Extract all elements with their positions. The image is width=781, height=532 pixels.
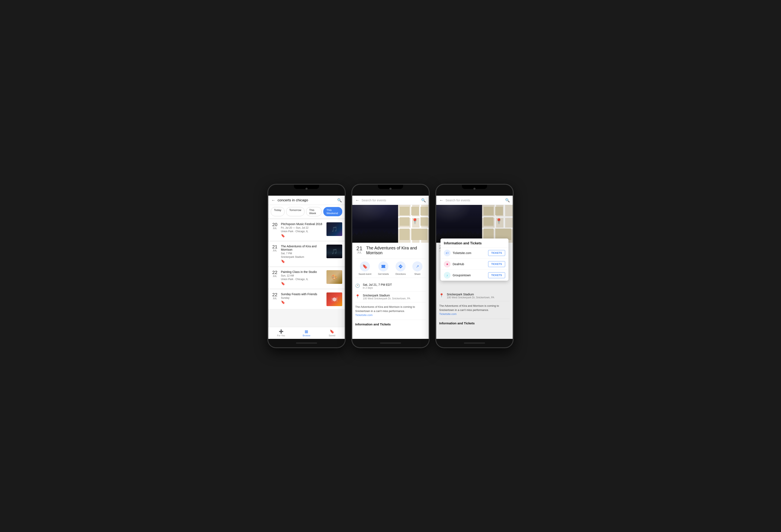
ticket-logo-3: ♪ bbox=[444, 272, 451, 279]
datetime-secondary: in 2 days bbox=[363, 286, 392, 289]
event-item-4[interactable]: 22 JUL Sunday Feasts with Friends Sunday… bbox=[268, 289, 345, 309]
bookmark-icon-3[interactable]: 🔖 bbox=[281, 282, 324, 286]
event-image-4 bbox=[326, 292, 342, 306]
event-title-4: Sunday Feasts with Friends bbox=[281, 292, 324, 296]
phone-1-bottom-bar bbox=[268, 339, 345, 347]
map-pin: 📍 bbox=[412, 218, 418, 224]
event-detail-content: 21 JUL The Adventures of Kira and Morris… bbox=[352, 243, 429, 331]
bookmark-icon-1[interactable]: 🔖 bbox=[281, 234, 324, 238]
get-tickets-icon bbox=[378, 261, 388, 272]
painting-img bbox=[326, 270, 342, 284]
map-block-7 bbox=[411, 229, 427, 240]
event-venue: 📍 Snickerpark Stadium 100 West Snickerpa… bbox=[355, 292, 426, 302]
bottom-nav: ➕ For You ▦ Browse 🔖 Saved bbox=[268, 327, 345, 339]
phone-1-screen: ← concerts in chicago 🔍 Today Tomorrow T… bbox=[268, 196, 345, 339]
directions-label: Directions bbox=[396, 273, 406, 275]
food-img bbox=[326, 292, 342, 306]
saved-icon: 🔖 bbox=[330, 329, 334, 334]
search-icon-3[interactable]: 🔍 bbox=[505, 198, 510, 203]
nav-foryou[interactable]: ➕ For You bbox=[268, 328, 294, 338]
search-icon-2[interactable]: 🔍 bbox=[421, 198, 426, 203]
phone-1-camera bbox=[305, 188, 307, 190]
filter-today[interactable]: Today bbox=[271, 207, 285, 216]
event-title-3: Painting Class in the Studio bbox=[281, 270, 324, 274]
description-link[interactable]: Ticketsite.com bbox=[355, 314, 373, 317]
saved-event-btn[interactable]: 🔖 Saved event bbox=[359, 261, 371, 275]
ticket-name-1: Ticketsite.com bbox=[453, 251, 486, 255]
datetime-primary: Sat, Jul 21, 7 PM EDT bbox=[363, 283, 392, 286]
saved-label: Saved bbox=[329, 334, 335, 337]
ticket-btn-2[interactable]: TICKETS bbox=[488, 261, 505, 267]
event-date-2: 21 JUL bbox=[271, 245, 279, 252]
directions-btn[interactable]: Directions bbox=[396, 261, 406, 275]
ticket-name-2: DealHub bbox=[453, 262, 486, 266]
back-arrow-icon[interactable]: ← bbox=[271, 198, 276, 203]
event-day-3: 22 bbox=[272, 270, 277, 275]
share-icon: ↗ bbox=[412, 261, 422, 272]
phone-1-top-bar bbox=[268, 185, 345, 196]
event-item-3[interactable]: 22 JUL Painting Class in the Studio Sun,… bbox=[268, 267, 345, 289]
phones-container: ← concerts in chicago 🔍 Today Tomorrow T… bbox=[268, 184, 513, 348]
hero-concert-img bbox=[352, 205, 398, 243]
ticket-name-3: Groupsintown bbox=[453, 274, 486, 277]
ticket-btn-1[interactable]: TICKETS bbox=[488, 250, 505, 256]
description-text-3: The Adventures of Kira and Morrison is c… bbox=[439, 304, 499, 312]
detail-day: 21 bbox=[357, 246, 363, 251]
below-popup-content: 📍 Snickerpark Stadium 100 West Snickerpa… bbox=[436, 288, 513, 330]
clock-icon: 🕐 bbox=[355, 283, 360, 288]
phone-2-screen: ← Search for events 🔍 bbox=[352, 196, 429, 339]
stage-lights bbox=[352, 205, 398, 243]
event-hero-3: 📍 bbox=[436, 205, 513, 243]
hero-concert-3 bbox=[436, 205, 482, 243]
browse-icon: ▦ bbox=[304, 329, 308, 334]
phone-2-top-bar bbox=[352, 185, 429, 196]
event-list: 20 JUL Pitchspoon Music Festival 2018 Fr… bbox=[268, 218, 345, 327]
event-item-2[interactable]: 21 JUL The Adventures of Kira and Morris… bbox=[268, 242, 345, 267]
description-link-3[interactable]: Ticketsite.com bbox=[439, 313, 457, 316]
venue-name-3: Snickerpark Stadium bbox=[447, 293, 494, 296]
nav-saved[interactable]: 🔖 Saved bbox=[319, 328, 345, 338]
event-daterange-4: Sunday bbox=[281, 296, 324, 299]
map-block-6 bbox=[400, 229, 410, 240]
description-text: The Adventures of Kira and Morrison is c… bbox=[355, 305, 415, 313]
nav-browse[interactable]: ▦ Browse bbox=[294, 328, 319, 338]
event-month-1: JUL bbox=[273, 227, 277, 230]
bookmark-icon-2[interactable]: 🔖 bbox=[281, 259, 324, 263]
search-query[interactable]: concerts in chicago bbox=[278, 198, 335, 202]
search-placeholder-2[interactable]: Search for events bbox=[362, 198, 419, 202]
phone-3: ← Search for events 🔍 bbox=[436, 184, 513, 348]
event-detail-date: 21 JUL bbox=[355, 246, 364, 254]
ticket-row-2: ★ DealHub TICKETS bbox=[441, 258, 508, 270]
concert-img-1 bbox=[326, 222, 342, 236]
event-info-2: The Adventures of Kira and Morrison Sat,… bbox=[281, 245, 324, 263]
event-title-row: 21 JUL The Adventures of Kira and Morris… bbox=[355, 246, 426, 255]
ticket-btn-3[interactable]: TICKETS bbox=[488, 272, 505, 278]
event-item-1[interactable]: 20 JUL Pitchspoon Music Festival 2018 Fr… bbox=[268, 219, 345, 241]
event-daterange-3: Sun, 12 AM bbox=[281, 274, 324, 277]
event-day-1: 20 bbox=[272, 222, 277, 227]
event-location-1: Union Park · Chicago, IL bbox=[281, 230, 324, 233]
event-description: The Adventures of Kira and Morrison is c… bbox=[355, 302, 426, 320]
ticket-logo-1: 🏷 bbox=[444, 250, 451, 256]
phone-2: ← Search for events 🔍 bbox=[352, 184, 429, 348]
filter-tomorrow[interactable]: Tomorrow bbox=[286, 207, 304, 216]
map-block-3-3 bbox=[484, 217, 494, 226]
search-placeholder-3[interactable]: Search for events bbox=[446, 198, 503, 202]
svg-rect-2 bbox=[436, 205, 482, 243]
back-arrow-2-icon[interactable]: ← bbox=[355, 198, 360, 203]
share-label: Share bbox=[414, 273, 420, 275]
search-icon[interactable]: 🔍 bbox=[337, 198, 342, 203]
bookmark-icon-4[interactable]: 🔖 bbox=[281, 300, 324, 304]
event-image-3 bbox=[326, 270, 342, 284]
back-arrow-3-icon[interactable]: ← bbox=[439, 198, 443, 203]
filter-this-week[interactable]: This Week bbox=[306, 207, 322, 216]
share-btn[interactable]: ↗ Share bbox=[412, 261, 422, 275]
filter-this-weekend[interactable]: This Weekend bbox=[323, 207, 342, 216]
event-info-3: Painting Class in the Studio Sun, 12 AM … bbox=[281, 270, 324, 286]
get-tickets-label: Get tickets bbox=[378, 273, 389, 275]
venue-name: Snickerpark Stadium bbox=[363, 294, 410, 297]
venue-address-3: 100 West Snickerpark Dr, Snickertown, PA bbox=[447, 296, 494, 299]
event-day-2: 21 bbox=[272, 245, 277, 249]
map-block-2 bbox=[411, 207, 419, 215]
get-tickets-btn[interactable]: Get tickets bbox=[378, 261, 389, 275]
